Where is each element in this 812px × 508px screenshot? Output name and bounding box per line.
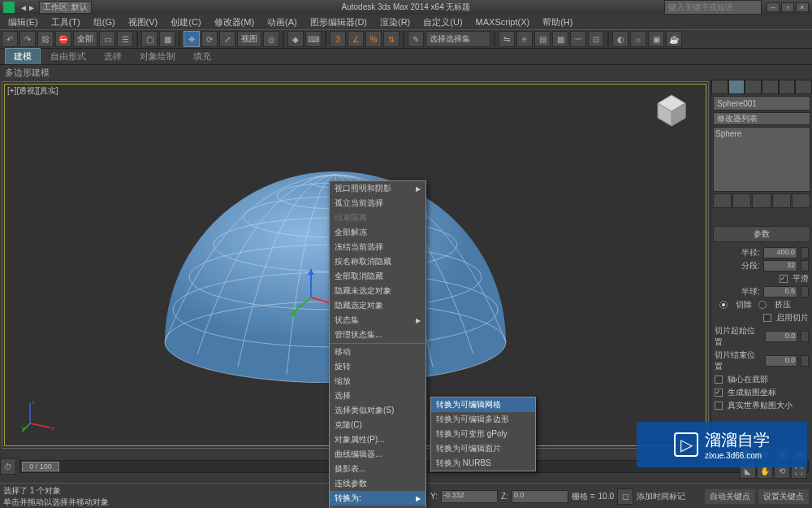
select-rotate-button[interactable]: ⟳ <box>201 31 218 47</box>
motion-tab-icon[interactable] <box>762 80 779 94</box>
ribbon-tab-object-paint[interactable]: 对象绘制 <box>132 49 184 64</box>
snap-toggle-button[interactable]: 3 <box>330 31 346 47</box>
modifier-list-dropdown[interactable]: 修改器列表 <box>713 112 810 125</box>
use-center-button[interactable]: ◎ <box>263 31 279 47</box>
menu-item[interactable]: 冻结当前选择 <box>330 240 425 254</box>
redo-button[interactable]: ↷ <box>19 31 36 47</box>
menu-item[interactable]: 隐藏未选定对象 <box>330 284 425 298</box>
menu-create[interactable]: 创建(C) <box>166 16 205 28</box>
time-slider-handle[interactable]: 0 / 100 <box>22 462 59 471</box>
named-selection-dropdown[interactable]: 选择选择集 <box>425 31 490 47</box>
real-world-checkbox[interactable] <box>715 402 723 410</box>
gen-uv-checkbox[interactable] <box>715 389 723 397</box>
menu-item[interactable]: 对象属性(P)... <box>330 432 425 447</box>
undo-button[interactable]: ↶ <box>2 31 18 47</box>
mirror-button[interactable]: ⇋ <box>499 31 515 47</box>
menu-item[interactable]: 克隆(C) <box>330 418 425 432</box>
autokey-button[interactable]: 自动关键点 <box>705 489 755 504</box>
angle-snap-button[interactable]: ∠ <box>348 31 364 47</box>
slice-to-spin-buttons[interactable] <box>801 355 809 367</box>
viewport-label[interactable]: [+][透视][真实] <box>7 85 58 97</box>
coord-y-field[interactable]: -0.332 <box>441 490 498 503</box>
schematic-view-button[interactable]: ⊡ <box>588 31 604 47</box>
segments-spinner[interactable]: 32 <box>763 260 797 271</box>
select-manipulate-button[interactable]: ◆ <box>287 31 304 47</box>
ribbon-tab-populate[interactable]: 填充 <box>185 49 219 64</box>
rendered-frame-button[interactable]: ▣ <box>648 31 664 47</box>
percent-snap-button[interactable]: % <box>365 31 382 47</box>
submenu-item[interactable]: 转换为 NURBS <box>431 456 535 471</box>
menu-animation[interactable]: 动画(A) <box>262 16 302 28</box>
menu-item[interactable]: 缩放 <box>330 374 425 389</box>
add-time-tag[interactable]: 添加时间标记 <box>637 491 685 502</box>
submenu-item[interactable]: 转换为可编辑多边形 <box>431 412 535 427</box>
menu-group[interactable]: 组(G) <box>89 16 120 28</box>
menu-item[interactable]: 隐藏选定对象 <box>330 298 425 313</box>
curve-editor-button[interactable]: 〰 <box>570 31 586 47</box>
utilities-tab-icon[interactable] <box>795 80 812 94</box>
unlink-button[interactable]: ⛔ <box>55 31 71 47</box>
menu-tools[interactable]: 工具(T) <box>46 16 85 28</box>
display-tab-icon[interactable] <box>779 80 796 94</box>
menu-customize[interactable]: 自定义(U) <box>418 16 467 28</box>
menu-rendering[interactable]: 渲染(R) <box>375 16 415 28</box>
edit-named-sel-button[interactable]: ✎ <box>408 31 424 47</box>
configure-sets-button[interactable] <box>792 193 810 208</box>
menu-edit[interactable]: 编辑(E) <box>3 16 43 28</box>
menu-views[interactable]: 视图(V) <box>123 16 163 28</box>
modify-tab-icon[interactable] <box>728 80 745 94</box>
base-pivot-checkbox[interactable] <box>715 376 723 384</box>
menu-item[interactable]: 按名称取消隐藏 <box>330 254 425 269</box>
help-search-input[interactable]: 键入关键字或短语 <box>664 0 762 15</box>
layer-manager-button[interactable]: ▤ <box>534 31 551 47</box>
create-tab-icon[interactable] <box>711 80 728 94</box>
submenu-item[interactable]: 转换为可变形 gPoly <box>431 427 535 441</box>
render-production-button[interactable]: ☕ <box>666 31 682 47</box>
menu-item[interactable]: 旋转 <box>330 359 425 374</box>
ribbon-tab-selection[interactable]: 选择 <box>96 49 130 64</box>
link-button[interactable]: ⛓ <box>37 31 54 47</box>
object-name-field[interactable]: Sphere001 <box>713 96 810 111</box>
menu-item[interactable]: 选择 <box>330 389 425 403</box>
isolate-toggle-button[interactable]: ◻ <box>617 488 633 505</box>
menu-graph-editors[interactable]: 图形编辑器(D) <box>305 16 372 28</box>
restore-button[interactable]: ▫ <box>781 2 794 12</box>
menu-item[interactable]: 摄影表... <box>330 462 425 476</box>
pin-stack-button[interactable] <box>713 193 732 208</box>
close-button[interactable]: × <box>796 2 809 12</box>
coord-z-field[interactable]: 0.0 <box>512 490 568 503</box>
menu-modifiers[interactable]: 修改器(M) <box>209 16 260 28</box>
menu-item[interactable]: 孤立当前选择 <box>330 196 425 211</box>
time-config-button[interactable]: ⏱ <box>0 458 16 475</box>
hemisphere-spin-buttons[interactable] <box>801 286 809 297</box>
material-editor-button[interactable]: ◐ <box>612 31 628 47</box>
slice-to-spinner[interactable]: 0.0 <box>765 355 798 367</box>
selection-filter-dropdown[interactable]: 全部 <box>73 31 97 47</box>
select-object-button[interactable]: ▭ <box>99 31 115 47</box>
segments-spin-buttons[interactable] <box>801 260 809 271</box>
squash-radio[interactable] <box>758 301 767 309</box>
rollout-parameters[interactable]: 参数 <box>713 226 810 242</box>
slice-on-checkbox[interactable] <box>763 314 771 322</box>
select-rect-button[interactable]: ▢ <box>141 31 158 47</box>
ribbon-tab-freeform[interactable]: 自由形式 <box>42 49 94 64</box>
slice-from-spinner[interactable]: 0.0 <box>765 331 798 342</box>
history-back-icon[interactable]: ◄ <box>19 3 28 12</box>
hemisphere-spinner[interactable]: 0.5 <box>763 286 797 297</box>
smooth-checkbox[interactable] <box>780 275 788 283</box>
spinner-snap-button[interactable]: ⇅ <box>383 31 400 47</box>
submenu-item[interactable]: 转换为可编辑面片 <box>431 441 535 456</box>
select-scale-button[interactable]: ⤢ <box>219 31 235 47</box>
menu-item[interactable]: 全部解冻 <box>330 225 425 240</box>
keyboard-shortcut-button[interactable]: ⌨ <box>305 31 322 47</box>
select-move-button[interactable]: ✥ <box>184 31 200 47</box>
menu-help[interactable]: 帮助(H) <box>538 16 577 28</box>
viewcube-icon[interactable] <box>651 90 692 131</box>
menu-item[interactable]: 连线参数 <box>330 476 425 491</box>
minimize-button[interactable]: – <box>767 2 780 12</box>
select-by-name-button[interactable]: ☰ <box>117 31 133 47</box>
ribbon-tab-modeling[interactable]: 建模 <box>5 48 41 64</box>
radius-spinner[interactable]: 400.0 <box>763 247 797 258</box>
radius-spin-buttons[interactable] <box>801 247 809 258</box>
ref-coord-dropdown[interactable]: 视图 <box>237 31 261 47</box>
